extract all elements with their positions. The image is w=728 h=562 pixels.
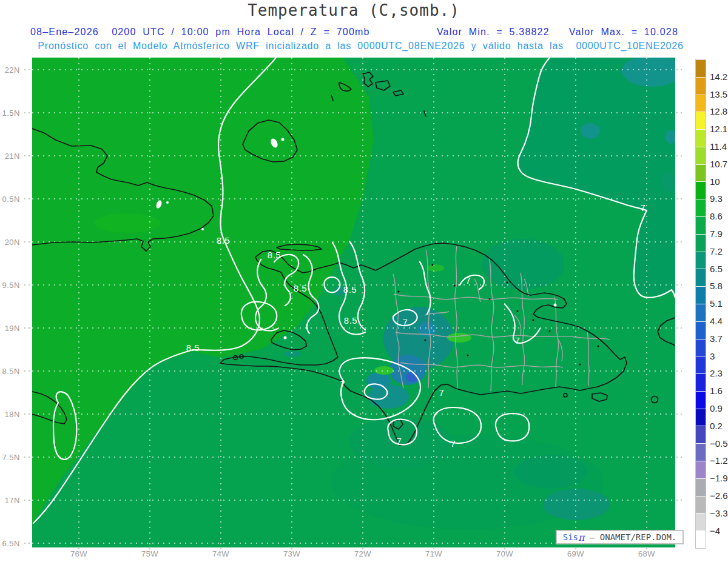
colorbar-tick-label: 11.4 (710, 141, 727, 152)
pi-symbol: π (578, 532, 585, 543)
colorbar-tick-label: −1.2 (710, 455, 728, 466)
colorbar-tick-label: 2.3 (710, 368, 723, 378)
colorbar-tick-label: 7.2 (710, 246, 723, 256)
colorbar-tick-label: 8.6 (710, 211, 723, 221)
colorbar-tick-label: 1.6 (710, 386, 723, 396)
colorbar-tick-label: 10.7 (710, 159, 727, 169)
colorbar-tick-label: 0.9 (710, 403, 723, 413)
colorbar-tick-label: 12.1 (710, 124, 727, 134)
sispi-logo: Sis (563, 532, 578, 542)
source-text: – ONAMET/REP.DOM. (585, 532, 677, 542)
colorbar-tick-label: −1.9 (710, 473, 728, 483)
colorbar-tick-label: −3.3 (710, 508, 728, 518)
colorbar-tick-label: 5.1 (710, 298, 723, 309)
colorbar-tick-label: 3 (710, 351, 715, 361)
weather-map-page: Temperatura (C,somb.) 08–Ene–2026 0200 U… (0, 0, 728, 562)
colorbar-tick-label: −0.5 (710, 438, 728, 449)
colorbar-tick-label: 4.4 (710, 316, 723, 326)
source-badge: Sisπ – ONAMET/REP.DOM. (556, 530, 684, 544)
colorbar-tick-label: 9.3 (710, 193, 723, 204)
colorbar-tick-label: 14.2 (710, 72, 727, 82)
colorbar-tick-label: 3.7 (710, 333, 723, 344)
colorbar-tick-label: 7.9 (710, 229, 723, 239)
colorbar-tick-label: 5.8 (710, 281, 723, 291)
colorbar-tick-label: 13.5 (710, 89, 727, 99)
colorbar-scale: 14.2 13.5 12.8 12.1 11.4 10.7 10 9.3 8.6… (0, 0, 728, 562)
colorbar-tick-label: −2.6 (710, 490, 728, 501)
colorbar-tick-label: 0.2 (710, 421, 723, 431)
colorbar-tick-label: −4 (710, 526, 720, 536)
colorbar-tick-label: 10 (710, 176, 720, 187)
colorbar-tick-label: 6.5 (710, 264, 723, 274)
colorbar-tick-label: 12.8 (710, 106, 727, 116)
